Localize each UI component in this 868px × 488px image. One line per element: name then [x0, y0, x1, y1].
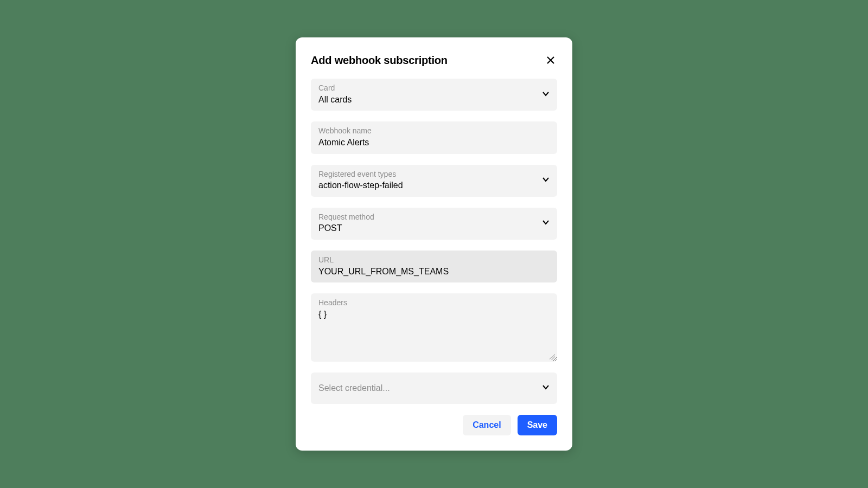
event-types-label: Registered event types: [318, 169, 550, 180]
webhook-name-value: Atomic Alerts: [318, 137, 550, 149]
close-button[interactable]: [544, 54, 557, 67]
card-label: Card: [318, 83, 550, 94]
add-webhook-dialog: Add webhook subscription Card All cards …: [296, 37, 572, 451]
webhook-name-label: Webhook name: [318, 126, 550, 137]
request-method-label: Request method: [318, 212, 550, 223]
url-field[interactable]: URL YOUR_URL_FROM_MS_TEAMS: [311, 251, 557, 282]
request-method-select[interactable]: Request method POST: [311, 208, 557, 240]
dialog-title: Add webhook subscription: [311, 54, 448, 67]
close-icon: [546, 56, 555, 65]
dialog-header: Add webhook subscription: [311, 54, 557, 67]
credential-placeholder: Select credential...: [318, 382, 550, 394]
card-select[interactable]: Card All cards: [311, 79, 557, 111]
cancel-button[interactable]: Cancel: [463, 415, 510, 435]
headers-label: Headers: [318, 298, 550, 309]
event-types-value: action-flow-step-failed: [318, 179, 550, 191]
headers-value: { }: [318, 309, 550, 320]
url-label: URL: [318, 255, 550, 266]
webhook-name-field[interactable]: Webhook name Atomic Alerts: [311, 121, 557, 153]
dialog-footer: Cancel Save: [311, 415, 557, 435]
headers-field[interactable]: Headers { }: [311, 293, 557, 362]
request-method-value: POST: [318, 222, 550, 234]
event-types-select[interactable]: Registered event types action-flow-step-…: [311, 165, 557, 197]
card-value: All cards: [318, 94, 550, 106]
url-value: YOUR_URL_FROM_MS_TEAMS: [318, 266, 550, 278]
save-button[interactable]: Save: [518, 415, 557, 435]
credential-select[interactable]: Select credential...: [311, 373, 557, 404]
